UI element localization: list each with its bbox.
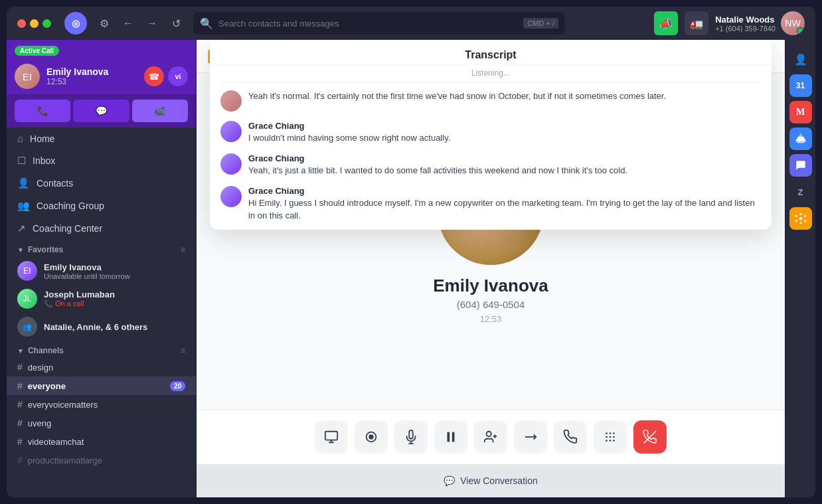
favorite-emily[interactable]: EI Emily Ivanova Unavailable until tomor… bbox=[7, 257, 196, 285]
favorites-header: ▼ Favorites ≡ bbox=[7, 240, 196, 257]
nav-buttons: ⚙ ← → ↺ bbox=[95, 14, 185, 33]
call-user-row: EI Emily Ivanova 12:53 ☎ vi bbox=[7, 60, 196, 94]
transcript-avatar-1 bbox=[220, 90, 242, 112]
nav-contacts[interactable]: 👤 Contacts bbox=[7, 172, 196, 195]
svg-point-2 bbox=[369, 435, 373, 439]
search-shortcut: CMD + / bbox=[523, 18, 558, 29]
search-bar[interactable]: 🔍 CMD + / bbox=[193, 12, 565, 35]
joseph-avatar: JL bbox=[17, 289, 37, 309]
sidebar: Active Call EI Emily Ivanova 12:53 ☎ vi … bbox=[7, 40, 197, 497]
hash-icon: # bbox=[17, 455, 23, 465]
transcript-message-1: Yeah it's normal. It's certainly not the… bbox=[220, 90, 761, 112]
hash-icon: # bbox=[17, 380, 23, 391]
vi-button[interactable]: vi bbox=[168, 66, 188, 86]
traffic-lights bbox=[17, 19, 51, 28]
minimize-button[interactable] bbox=[30, 19, 39, 28]
transcript-panel: Transcript Listening... Yeah it's normal… bbox=[210, 40, 772, 230]
home-icon: ⌂ bbox=[17, 133, 23, 144]
svg-point-23 bbox=[795, 220, 797, 222]
transcript-avatar-2 bbox=[220, 121, 242, 142]
maximize-button[interactable] bbox=[42, 19, 51, 28]
back-button[interactable]: ← bbox=[119, 14, 137, 33]
transcript-msg-content-1: Yeah it's normal. It's certainly not the… bbox=[248, 90, 761, 102]
hold-button[interactable] bbox=[554, 420, 587, 454]
svg-point-22 bbox=[799, 222, 801, 224]
user-info: Natalie Woods +1 (604) 359-7840 NW bbox=[715, 11, 805, 35]
right-icon-gmail[interactable]: M bbox=[789, 101, 812, 124]
hash-icon: # bbox=[17, 436, 23, 447]
record-button[interactable] bbox=[355, 420, 388, 454]
transcript-listening: Listening... bbox=[210, 64, 772, 82]
video-call-button[interactable]: 📹 bbox=[132, 100, 188, 122]
call-controls bbox=[197, 409, 785, 464]
channel-productteamatlarge[interactable]: # productteamatlarge bbox=[7, 451, 196, 469]
phone-call-button[interactable]: 📞 bbox=[15, 100, 70, 122]
channel-everyvoicematters[interactable]: # everyvoicematters bbox=[7, 395, 196, 414]
broadcast-button[interactable]: 📣 bbox=[654, 11, 678, 35]
svg-point-13 bbox=[610, 436, 612, 438]
user-name: Natalie Woods bbox=[715, 15, 776, 25]
svg-point-20 bbox=[804, 215, 806, 217]
transcript-msg-content-4: Grace Chiang Hi Emily. I guess I should … bbox=[248, 186, 761, 221]
right-icon-chat[interactable] bbox=[789, 154, 812, 177]
forward-button[interactable]: → bbox=[143, 14, 161, 33]
right-icon-calendar[interactable]: 31 bbox=[789, 74, 812, 97]
emily-info: Emily Ivanova Unavailable until tomorrow bbox=[44, 262, 130, 280]
pause-button[interactable] bbox=[434, 420, 467, 454]
conversation-icon: 💬 bbox=[444, 475, 455, 486]
hash-icon: # bbox=[17, 362, 23, 373]
right-icon-hubspot[interactable] bbox=[789, 207, 812, 230]
transfer-button[interactable] bbox=[514, 420, 547, 454]
nav-inbox[interactable]: ☐ Inbox bbox=[7, 149, 196, 172]
favorite-joseph[interactable]: JL Joseph Lumaban 📞 On a call bbox=[7, 285, 196, 313]
transcript-avatar-3 bbox=[220, 153, 242, 175]
hash-icon: # bbox=[17, 418, 23, 428]
refresh-button[interactable]: ↺ bbox=[167, 14, 185, 33]
end-call-button[interactable] bbox=[633, 420, 667, 454]
search-input[interactable] bbox=[218, 19, 518, 29]
right-icon-person[interactable]: 👤 bbox=[789, 48, 812, 70]
nav-coaching-center[interactable]: ↗ Coaching Center bbox=[7, 217, 196, 240]
favorite-group[interactable]: 👥 Natalie, Annie, & 6 others bbox=[7, 313, 196, 341]
channel-design[interactable]: # design bbox=[7, 358, 196, 377]
nav-coaching-group[interactable]: 👥 Coaching Group bbox=[7, 195, 196, 217]
user-avatar[interactable]: NW bbox=[781, 11, 805, 35]
right-icon-drive[interactable] bbox=[789, 127, 812, 150]
mute-button[interactable] bbox=[394, 420, 428, 454]
channel-videoteamchat[interactable]: # videoteamchat bbox=[7, 432, 196, 451]
svg-point-19 bbox=[799, 213, 801, 215]
avatar-image: NW bbox=[781, 11, 805, 35]
emily-avatar: EI bbox=[17, 261, 37, 281]
call-avatar: EI bbox=[15, 64, 40, 89]
inbox-icon: ☐ bbox=[17, 155, 26, 167]
add-participant-button[interactable] bbox=[474, 420, 507, 454]
active-call-badge: Active Call bbox=[15, 46, 59, 56]
svg-point-15 bbox=[606, 440, 608, 442]
collapse-icon[interactable]: ▼ bbox=[17, 246, 24, 254]
active-call-section: Active Call bbox=[7, 40, 196, 60]
channel-everyone[interactable]: # everyone 20 bbox=[7, 377, 196, 395]
view-conversation-label: View Conversation bbox=[460, 475, 537, 486]
end-call-button[interactable]: ☎ bbox=[144, 66, 164, 86]
svg-point-12 bbox=[606, 436, 608, 438]
channels-collapse-icon[interactable]: ▼ bbox=[17, 347, 24, 355]
caller-name: Emily Ivanova bbox=[433, 276, 548, 296]
keypad-button[interactable] bbox=[594, 420, 627, 454]
delivery-button[interactable]: 🚛 bbox=[685, 11, 708, 35]
settings-button[interactable]: ⚙ bbox=[95, 14, 114, 33]
svg-point-11 bbox=[613, 432, 615, 434]
svg-point-14 bbox=[613, 436, 615, 438]
everyone-badge: 20 bbox=[170, 381, 185, 391]
transcript-message-2: Grace Chiang I wouldn't mind having some… bbox=[220, 121, 761, 144]
message-call-button[interactable]: 💬 bbox=[73, 100, 129, 122]
svg-rect-4 bbox=[452, 432, 455, 442]
right-icon-zendesk[interactable]: Z bbox=[789, 181, 812, 203]
group-info: Natalie, Annie, & 6 others bbox=[44, 322, 147, 332]
view-conversation-button[interactable]: 💬 View Conversation bbox=[197, 464, 785, 497]
svg-point-24 bbox=[795, 215, 797, 217]
close-button[interactable] bbox=[17, 19, 26, 28]
nav-home[interactable]: ⌂ Home bbox=[7, 127, 196, 149]
screen-share-button[interactable] bbox=[315, 420, 348, 454]
on-call-icon: 📞 bbox=[44, 299, 55, 307]
channel-uveng[interactable]: # uveng bbox=[7, 414, 196, 432]
